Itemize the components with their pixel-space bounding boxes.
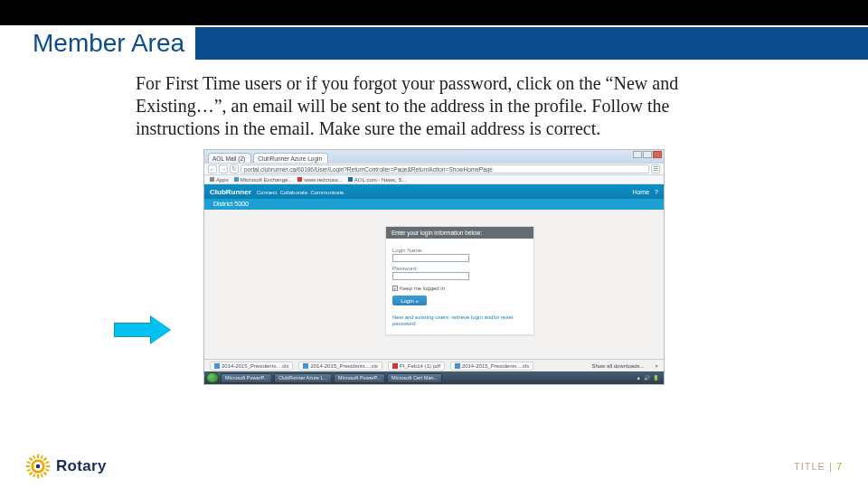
download-label: 2014-2015_Presidents....xls — [310, 363, 377, 369]
start-button[interactable] — [206, 372, 219, 383]
checkbox-icon[interactable] — [392, 286, 398, 291]
district-band: District 5000 — [204, 199, 664, 210]
password-input[interactable] — [392, 272, 469, 280]
taskbar-item[interactable]: ClubRunner Azure L... — [274, 373, 332, 383]
tray-icon: ▲ — [637, 375, 641, 380]
pager-sep: | — [829, 461, 833, 472]
rotary-logo: Rotary — [25, 454, 107, 479]
keep-logged-in-row[interactable]: Keep me logged in — [392, 286, 527, 291]
svg-rect-2 — [37, 474, 39, 478]
keep-logged-in-label: Keep me logged in — [400, 286, 445, 291]
close-button[interactable] — [653, 151, 662, 158]
clubrunner-brand: ClubRunner — [210, 188, 251, 196]
svg-rect-4 — [46, 465, 50, 467]
clubrunner-header: ClubRunner Connect. Collaborate. Communi… — [204, 184, 664, 199]
bookmark-label: Microsoft Exchange... — [241, 177, 293, 183]
svg-rect-9 — [41, 455, 43, 459]
svg-rect-11 — [26, 461, 31, 464]
pager-label: TITLE — [794, 461, 826, 472]
download-label: 2014-2015_Presidents....xls — [462, 363, 529, 369]
taskbar-label: Microsoft PowerP... — [338, 375, 381, 380]
svg-rect-3 — [26, 465, 30, 467]
chrome-tabstrip: AOL Mail (2) ClubRunner Azure Login — [204, 150, 664, 163]
callout-arrow-icon — [114, 316, 170, 343]
back-button[interactable]: ← — [208, 164, 217, 174]
taskbar-item[interactable]: Microsoft PowerP... — [221, 373, 272, 383]
login-panel: Enter your login information below: Logi… — [385, 226, 534, 335]
window-controls — [633, 151, 662, 158]
bookmark-label: www.redcross... — [304, 177, 342, 183]
embedded-screenshot: AOL Mail (2) ClubRunner Azure Login ← → … — [203, 149, 665, 385]
svg-rect-13 — [45, 461, 50, 464]
file-icon — [214, 363, 220, 369]
svg-rect-7 — [29, 457, 33, 461]
svg-rect-12 — [45, 469, 50, 472]
reload-button[interactable]: ↻ — [230, 164, 239, 174]
tab-label: ClubRunner Azure Login — [258, 155, 322, 162]
minimize-button[interactable] — [633, 151, 642, 158]
taskbar-item[interactable]: Microsoft Cert Man... — [387, 373, 442, 383]
slide-body-text: For First Time users or if you forgot yo… — [0, 61, 868, 149]
svg-rect-6 — [29, 472, 33, 475]
taskbar-item[interactable]: Microsoft PowerP... — [334, 373, 385, 383]
svg-rect-16 — [41, 474, 43, 478]
password-label: Password: — [392, 266, 527, 271]
svg-rect-1 — [37, 455, 39, 458]
download-item[interactable]: 2014-2015_Presidents....xls — [210, 361, 293, 371]
svg-rect-10 — [33, 474, 35, 478]
bookmark-item[interactable]: AOL.com - News, S... — [348, 177, 407, 183]
address-bar[interactable]: portal.clubrunner.ca/60186/User/Login?Re… — [241, 164, 649, 174]
apps-button[interactable]: Apps — [210, 177, 229, 183]
browser-tab-clubrunner[interactable]: ClubRunner Azure Login — [253, 153, 328, 163]
file-icon — [455, 363, 460, 369]
svg-rect-5 — [43, 457, 47, 461]
help-icon[interactable]: ? — [655, 189, 658, 195]
svg-point-17 — [36, 465, 40, 468]
svg-rect-14 — [26, 469, 31, 472]
download-bar: 2014-2015_Presidents....xls 2014-2015_Pr… — [204, 359, 664, 371]
login-name-input[interactable] — [392, 254, 469, 262]
browser-window: AOL Mail (2) ClubRunner Azure Login ← → … — [203, 149, 665, 385]
bookmark-item[interactable]: www.redcross... — [297, 177, 342, 183]
taskbar-label: ClubRunner Azure L... — [278, 375, 327, 380]
file-icon — [303, 363, 308, 369]
apps-label: Apps — [216, 177, 229, 183]
forward-button[interactable]: → — [219, 164, 228, 174]
file-icon — [392, 363, 398, 369]
chrome-toolbar: ← → ↻ portal.clubrunner.ca/60186/User/Lo… — [204, 163, 664, 175]
bookmark-label: AOL.com - News, S... — [354, 177, 407, 183]
system-tray[interactable]: ▲ 🔊 🔋 — [637, 375, 662, 380]
download-item[interactable]: 2014-2015_Presidents....xls — [298, 361, 382, 371]
top-black-bar — [0, 0, 868, 25]
download-label: PI_Feb14 (1).pdf — [400, 363, 440, 369]
show-all-downloads-link[interactable]: Show all downloads... — [591, 363, 644, 369]
title-blue-bar — [195, 27, 868, 60]
page-number: TITLE | 7 — [794, 461, 843, 472]
clubrunner-body: Enter your login information below: Logi… — [204, 210, 664, 359]
rotary-brand-text: Rotary — [56, 457, 107, 475]
close-downloads-button[interactable]: × — [655, 363, 658, 369]
login-button-label: Login » — [401, 298, 419, 304]
download-label: 2014-2015_Presidents....xls — [222, 363, 288, 369]
rotary-wheel-icon — [25, 454, 51, 479]
taskbar-label: Microsoft Cert Man... — [392, 375, 438, 380]
windows-taskbar: Microsoft PowerP... ClubRunner Azure L..… — [204, 371, 664, 384]
menu-button[interactable]: ☰ — [651, 164, 660, 174]
tab-label: AOL Mail (2) — [212, 155, 245, 162]
pager-num: 7 — [836, 461, 843, 472]
login-name-label: Login Name: — [392, 248, 527, 253]
bookmark-item[interactable]: Microsoft Exchange... — [234, 177, 293, 183]
new-existing-link[interactable]: New and existing users: retrieve login a… — [392, 314, 519, 327]
login-button[interactable]: Login » — [392, 296, 427, 305]
browser-tab-aol[interactable]: AOL Mail (2) — [208, 153, 251, 163]
login-panel-header: Enter your login information below: — [386, 227, 533, 239]
bookmark-bar: Apps Microsoft Exchange... www.redcross.… — [204, 175, 664, 184]
svg-rect-8 — [43, 472, 47, 475]
home-link[interactable]: Home — [632, 189, 649, 195]
title-row: Member Area — [0, 25, 868, 61]
svg-rect-15 — [33, 455, 35, 459]
maximize-button[interactable] — [643, 151, 652, 158]
download-item[interactable]: PI_Feb14 (1).pdf — [388, 361, 445, 371]
download-item[interactable]: 2014-2015_Presidents....xls — [450, 361, 533, 371]
tray-icon: 🔊 — [644, 375, 650, 380]
